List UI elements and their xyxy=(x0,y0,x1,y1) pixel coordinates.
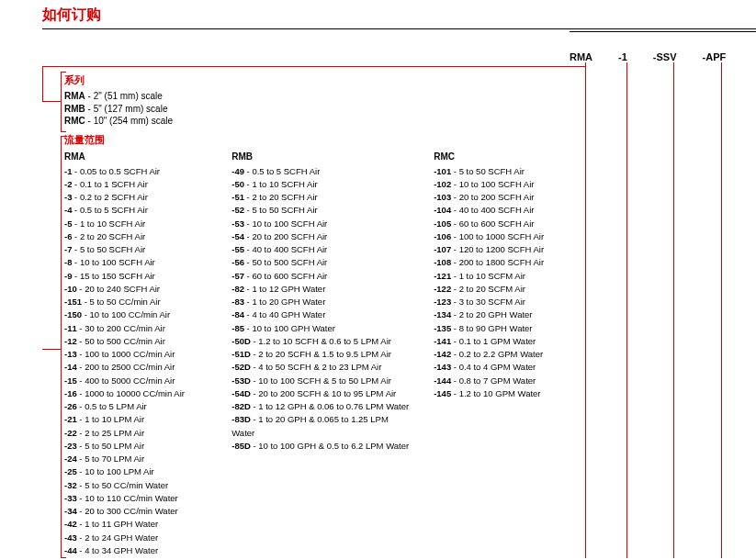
flow-range-item: -101 - 5 to 50 SCFH Air xyxy=(434,165,572,178)
flow-range-item: -121 - 1 to 10 SCFM Air xyxy=(434,270,572,283)
column-header: RMA xyxy=(64,150,211,163)
section-heading-flow: 流量范围 xyxy=(42,133,572,147)
flow-range-item: -22 - 2 to 25 LPM Air xyxy=(64,427,211,440)
flow-range-item: -7 - 5 to 50 SCFH Air xyxy=(64,243,211,256)
column-rmc: RMC-101 - 5 to 50 SCFH Air-102 - 10 to 1… xyxy=(434,150,572,561)
flow-range-columns: RMA-1 - 0.05 to 0.5 SCFH Air-2 - 0.1 to … xyxy=(42,150,572,561)
flow-range-item: -143 - 0.4 to 4 GPM Water xyxy=(434,361,572,374)
flow-range-item: -50 - 1 to 10 SCFH Air xyxy=(231,178,413,191)
flow-range-item: -34 - 20 to 300 CC/min Water xyxy=(64,505,211,518)
flow-range-item: -105 - 60 to 600 SCFH Air xyxy=(434,218,572,230)
flow-range-item: -42 - 1 to 11 GPH Water xyxy=(64,518,211,531)
flow-range-item: -12 - 50 to 500 CC/min Air xyxy=(64,335,211,348)
flow-range-item: -53D - 10 to 100 SCFH & 5 to 50 LPM Air xyxy=(231,375,413,387)
series-item: RMC - 10" (254 mm) scale xyxy=(64,115,572,128)
flow-range-item: -151 - 5 to 50 CC/min Air xyxy=(64,296,211,308)
flow-range-item: -11 - 30 to 200 CC/min Air xyxy=(64,322,211,335)
series-list: RMA - 2" (51 mm) scaleRMB - 5" (127 mm) … xyxy=(42,90,572,128)
flow-range-item: -13 - 100 to 1000 CC/min Air xyxy=(64,348,211,361)
column-rmb: RMB-49 - 0.5 to 5 SCFH Air-50 - 1 to 10 … xyxy=(231,150,413,561)
flow-range-item: -106 - 100 to 1000 SCFH Air xyxy=(434,230,572,243)
flow-range-item: -3 - 0.2 to 2 SCFH Air xyxy=(64,191,211,204)
flow-range-item: -14 - 200 to 2500 CC/min Air xyxy=(64,361,211,374)
model-part-series: RMA xyxy=(570,51,592,62)
callout-line-ssv xyxy=(673,62,674,558)
flow-range-item: -56 - 50 to 500 SCFH Air xyxy=(231,256,413,269)
flow-range-item: -108 - 200 to 1800 SCFH Air xyxy=(434,256,572,269)
flow-range-item: -104 - 40 to 400 SCFH Air xyxy=(434,204,572,217)
flow-range-item: -4 - 0.5 to 5 SCFH Air xyxy=(64,204,211,217)
flow-range-item: -57 - 60 to 600 SCFH Air xyxy=(231,270,413,283)
flow-range-item: -150 - 10 to 100 CC/min Air xyxy=(64,308,211,321)
flow-range-item: -32 - 5 to 50 CC/min Water xyxy=(64,479,211,492)
flow-range-item: -2 - 0.1 to 1 SCFH Air xyxy=(64,178,211,191)
flow-range-item: -25 - 10 to 100 LPM Air xyxy=(64,465,211,478)
callout-line-range xyxy=(626,62,627,558)
flow-range-item: -141 - 0.1 to 1 GPM Water xyxy=(434,335,572,348)
flow-range-item: -43 - 2 to 24 GPH Water xyxy=(64,532,211,544)
flow-range-item: -8 - 10 to 100 SCFH Air xyxy=(64,256,211,269)
flow-range-item: -144 - 0.8 to 7 GPM Water xyxy=(434,375,572,387)
flow-range-item: -51D - 2 to 20 SCFH & 1.5 to 9.5 LPM Air xyxy=(231,348,413,361)
model-part-range: -1 xyxy=(618,51,627,62)
flow-range-item: -83D - 1 to 20 GPH & 0.065 to 1.25 LPM W… xyxy=(231,413,413,440)
flow-range-item: -26 - 0.5 to 5 LPM Air xyxy=(64,400,211,413)
flow-range-item: -49 - 0.5 to 5 SCFH Air xyxy=(231,165,413,178)
flow-range-item: -16 - 1000 to 10000 CC/min Air xyxy=(64,387,211,400)
flow-range-item: -82D - 1 to 12 GPH & 0.06 to 0.76 LPM Wa… xyxy=(231,400,413,413)
flow-range-item: -24 - 5 to 70 LPM Air xyxy=(64,453,211,465)
flow-range-item: -15 - 400 to 5000 CC/min Air xyxy=(64,375,211,387)
callout-line-rma xyxy=(585,62,586,558)
callout-line-apf xyxy=(721,62,722,558)
flow-range-item: -102 - 10 to 100 SCFH Air xyxy=(434,178,572,191)
flow-range-item: -123 - 3 to 30 SCFM Air xyxy=(434,296,572,308)
model-number-row: RMA -1 -SSV -APF xyxy=(570,51,747,62)
flow-range-item: -9 - 15 to 150 SCFH Air xyxy=(64,270,211,283)
flow-range-item: -84 - 4 to 40 GPH Water xyxy=(231,308,413,321)
flow-range-item: -83 - 1 to 20 GPH Water xyxy=(231,296,413,308)
flow-range-item: -107 - 120 to 1200 SCFH Air xyxy=(434,243,572,256)
flow-range-item: -122 - 2 to 20 SCFM Air xyxy=(434,283,572,296)
series-item: RMA - 2" (51 mm) scale xyxy=(64,90,572,103)
flow-range-item: -33 - 10 to 110 CC/min Water xyxy=(64,492,211,505)
flow-range-item: -6 - 2 to 20 SCFH Air xyxy=(64,230,211,243)
title-rule xyxy=(42,28,756,29)
flow-range-item: -10 - 20 to 240 SCFH Air xyxy=(64,283,211,296)
flow-range-item: -23 - 5 to 50 LPM Air xyxy=(64,440,211,453)
column-rma: RMA-1 - 0.05 to 0.5 SCFH Air-2 - 0.1 to … xyxy=(64,150,211,561)
flow-range-item: -55 - 40 to 400 SCFH Air xyxy=(231,243,413,256)
content-area: 系列 RMA - 2" (51 mm) scaleRMB - 5" (127 m… xyxy=(42,73,572,560)
flow-range-item: -85D - 10 to 100 GPH & 0.5 to 6.2 LPM Wa… xyxy=(231,440,413,453)
flow-range-item: -52D - 4 to 50 SCFH & 2 to 23 LPM Air xyxy=(231,361,413,374)
flow-range-item: -54D - 20 to 200 SCFH & 10 to 95 LPM Air xyxy=(231,387,413,400)
column-header: RMB xyxy=(231,150,413,163)
connector-line xyxy=(42,66,586,67)
flow-range-item: -5 - 1 to 10 SCFH Air xyxy=(64,218,211,230)
flow-range-item: -134 - 2 to 20 GPH Water xyxy=(434,308,572,321)
flow-range-item: -85 - 10 to 100 GPH Water xyxy=(231,322,413,335)
flow-range-item: -82 - 1 to 12 GPH Water xyxy=(231,283,413,296)
flow-range-item: -53 - 10 to 100 SCFH Air xyxy=(231,218,413,230)
flow-range-item: -135 - 8 to 90 GPH Water xyxy=(434,322,572,335)
model-part-apf: -APF xyxy=(703,51,727,62)
flow-range-item: -52 - 5 to 50 SCFH Air xyxy=(231,204,413,217)
flow-range-item: -103 - 20 to 200 SCFH Air xyxy=(434,191,572,204)
flow-range-item: -44 - 4 to 34 GPH Water xyxy=(64,544,211,557)
flow-range-item: -145 - 1.2 to 10 GPM Water xyxy=(434,387,572,400)
flow-range-item: -50D - 1.2 to 10 SCFH & 0.6 to 5 LPM Air xyxy=(231,335,413,348)
section-heading-series: 系列 xyxy=(42,73,572,87)
flow-range-item: -142 - 0.2 to 2.2 GPM Water xyxy=(434,348,572,361)
model-rule xyxy=(570,31,756,32)
flow-range-item: -54 - 20 to 200 SCFH Air xyxy=(231,230,413,243)
model-part-ssv: -SSV xyxy=(653,51,677,62)
flow-range-item: -21 - 1 to 10 LPM Air xyxy=(64,413,211,426)
flow-range-item: -1 - 0.05 to 0.5 SCFH Air xyxy=(64,165,211,178)
series-item: RMB - 5" (127 mm) scale xyxy=(64,103,572,116)
column-header: RMC xyxy=(434,150,572,163)
page-title: 如何订购 xyxy=(0,0,756,28)
flow-range-item: -51 - 2 to 20 SCFH Air xyxy=(231,191,413,204)
